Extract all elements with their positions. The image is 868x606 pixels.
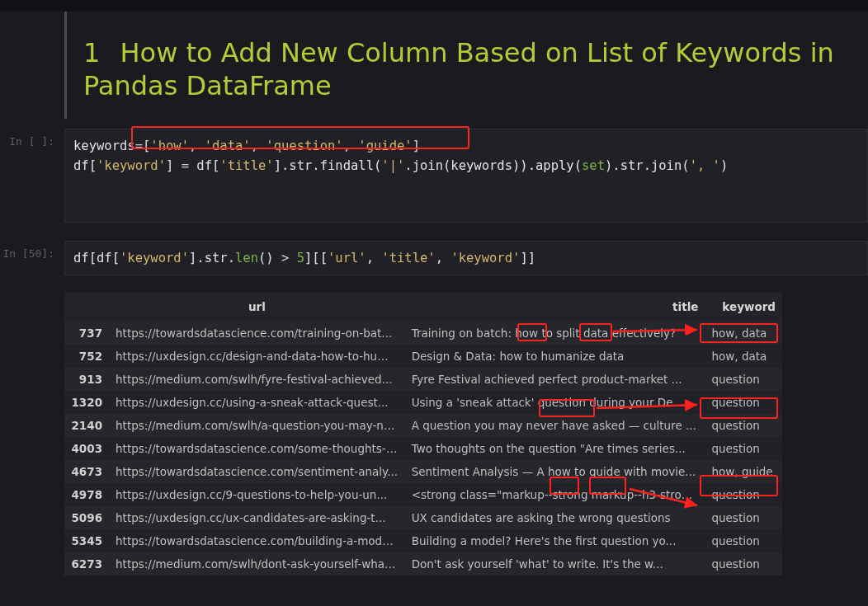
cell-keyword: how, data [705,322,782,345]
col-keyword: keyword [705,292,782,322]
cell-keyword: how, data [705,345,782,368]
col-url: url [109,292,405,322]
cell-url: https://medium.com/swlh/a-question-you-m… [109,414,405,437]
token: [ [143,139,150,153]
cell-title: A question you may never have asked — cu… [405,414,705,437]
cell-title: Fyre Festival achieved perfect product-m… [405,368,705,391]
table-row: 752https://uxdesign.cc/design-and-data-h… [64,345,782,368]
cell-url: https://towardsdatascience.com/sentiment… [109,460,405,483]
cell-prompt: In [ ]: [0,129,64,223]
cell-url: https://medium.com/swlh/dont-ask-yoursel… [109,552,405,575]
table-row: 1320https://uxdesign.cc/using-a-sneak-at… [64,391,782,414]
row-index: 4003 [64,437,109,460]
row-index: 913 [64,368,109,391]
table-row: 6273https://medium.com/swlh/dont-ask-you… [64,552,782,575]
row-index: 2140 [64,414,109,437]
row-index: 5345 [64,529,109,552]
token: 'how' [150,139,189,153]
table-row: 4978https://uxdesign.cc/9-questions-to-h… [64,483,782,506]
token: 'question' [266,139,342,153]
dataframe-output: url title keyword 737https://towardsdata… [64,292,868,575]
cell-title: Using a 'sneak attack' question during y… [405,391,705,414]
token: ] [413,139,420,153]
cell-title: Don't ask yourself 'what' to write. It's… [405,552,705,575]
code-input[interactable]: keywords=['how', 'data', 'question', 'gu… [64,129,868,223]
cell-url: https://uxdesign.cc/ux-candidates-are-as… [109,506,405,529]
token: , [189,139,205,153]
cell-url: https://uxdesign.cc/using-a-sneak-attack… [109,391,405,414]
table-row: 5345https://towardsdatascience.com/build… [64,529,782,552]
cell-title: UX candidates are asking the wrong quest… [405,506,705,529]
cell-title: Sentiment Analysis — A how to guide with… [405,460,705,483]
table-row: 737https://towardsdatascience.com/traini… [64,322,782,345]
cell-keyword: question [705,368,782,391]
table-row: 4003https://towardsdatascience.com/some-… [64,437,782,460]
cell-url: https://uxdesign.cc/design-and-data-how-… [109,345,405,368]
table-row: 913https://medium.com/swlh/fyre-festival… [64,368,782,391]
code-cell-2: In [50]: df[df['keyword'].str.len() > 5]… [0,241,868,275]
cell-keyword: question [705,391,782,414]
cell-keyword: question [705,552,782,575]
heading-title: How to Add New Column Based on List of K… [83,37,834,101]
heading-block: 1 How to Add New Column Based on List of… [64,12,868,119]
cell-title: Design & Data: how to humanize data [405,345,705,368]
table-row: 5096https://uxdesign.cc/ux-candidates-ar… [64,506,782,529]
table-row: 2140https://medium.com/swlh/a-question-y… [64,414,782,437]
cell-title: <strong class="markup--strong markup--h3… [405,483,705,506]
code-cell-1: In [ ]: keywords=['how', 'data', 'questi… [0,129,868,223]
cell-url: https://medium.com/swlh/fyre-festival-ac… [109,368,405,391]
code-line: df[ [73,158,97,173]
token: , [251,139,267,153]
cell-title: Two thoughts on the question "Are times … [405,437,705,460]
cell-keyword: question [705,414,782,437]
heading: 1 How to Add New Column Based on List of… [83,36,843,102]
row-index: 1320 [64,391,109,414]
token: , [343,139,359,153]
cell-url: https://towardsdatascience.com/training-… [109,322,405,345]
cell-keyword: question [705,529,782,552]
table-row: 4673https://towardsdatascience.com/senti… [64,460,782,483]
cell-title: Training on batch: how to split data eff… [405,322,705,345]
cell-keyword: question [705,483,782,506]
code-input[interactable]: df[df['keyword'].str.len() > 5][['url', … [64,241,868,275]
cell-keyword: question [705,506,782,529]
row-index: 752 [64,345,109,368]
row-index: 6273 [64,552,109,575]
cell-prompt: In [50]: [0,241,64,275]
cell-keyword: question [705,437,782,460]
dataframe-table: url title keyword 737https://towardsdata… [64,292,782,575]
index-header [64,292,109,322]
cell-keyword: how, guide [705,460,782,483]
token: keywords [73,139,135,153]
cell-url: https://towardsdatascience.com/building-… [109,529,405,552]
token: 'data' [205,139,251,153]
token: 'guide' [358,139,412,153]
token: = [135,139,143,153]
row-index: 737 [64,322,109,345]
col-title: title [405,292,705,322]
row-index: 4673 [64,460,109,483]
table-header-row: url title keyword [64,292,782,322]
heading-number: 1 [83,37,100,68]
row-index: 5096 [64,506,109,529]
cell-title: Building a model? Here's the first quest… [405,529,705,552]
cell-url: https://towardsdatascience.com/some-thou… [109,437,405,460]
row-index: 4978 [64,483,109,506]
cell-url: https://uxdesign.cc/9-questions-to-help-… [109,483,405,506]
